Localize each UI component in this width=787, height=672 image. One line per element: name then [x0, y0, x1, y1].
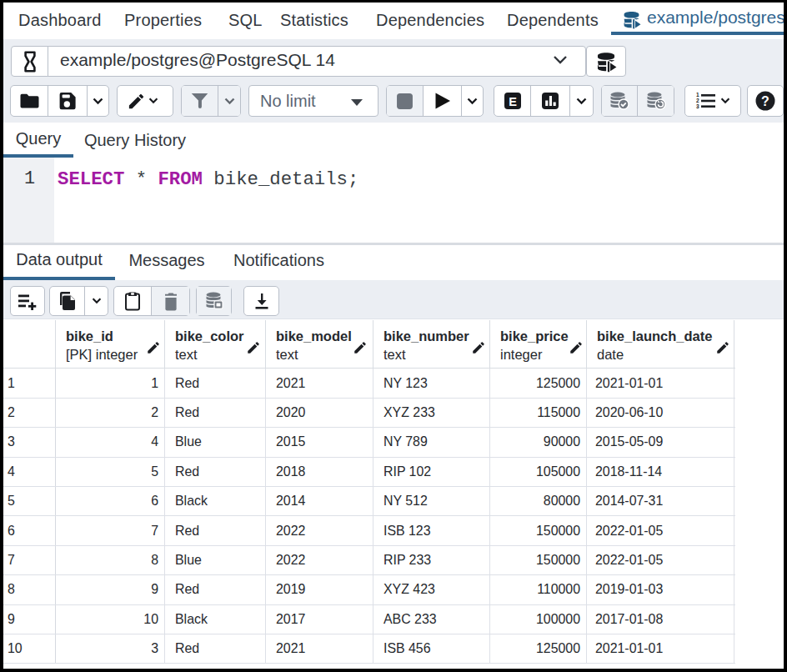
svg-text:?: ?	[761, 94, 769, 108]
svg-text:E: E	[509, 95, 517, 108]
svg-text:3: 3	[696, 103, 699, 109]
